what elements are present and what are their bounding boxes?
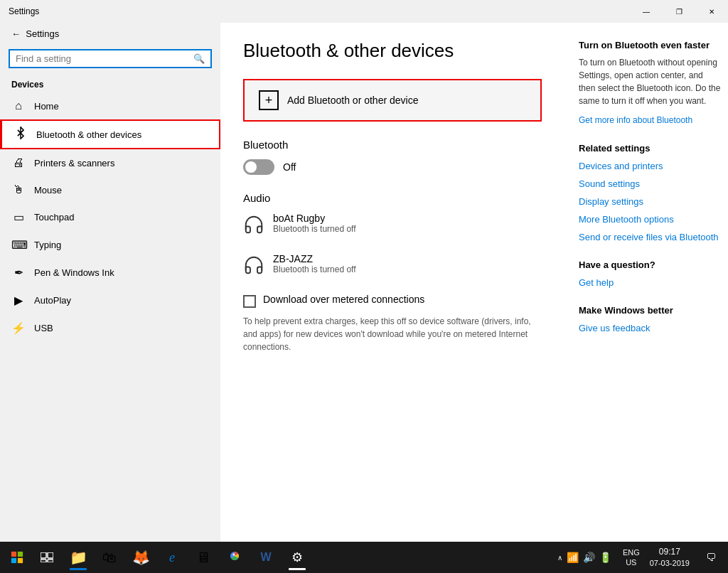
firefox-icon: 🦊 <box>132 549 150 566</box>
language-indicator: ENG US <box>620 547 643 568</box>
sidebar-item-mouse[interactable]: 🖱 Mouse <box>0 176 220 203</box>
related-link-devices[interactable]: Devices and printers <box>579 161 721 171</box>
tip-link[interactable]: Get more info about Bluetooth <box>579 115 692 125</box>
sidebar-item-label-usb: USB <box>34 323 53 333</box>
page-title: Bluetooth & other devices <box>243 40 542 62</box>
toggle-knob <box>245 161 257 173</box>
start-button[interactable] <box>3 543 31 572</box>
back-button[interactable]: ← Settings <box>0 23 220 45</box>
task-view-button[interactable] <box>33 543 61 572</box>
maximize-button[interactable]: ❐ <box>663 0 695 23</box>
taskbar-app-word[interactable]: W <box>250 543 282 572</box>
titlebar: Settings — ❐ ✕ <box>0 0 728 23</box>
taskbar-app-unknown[interactable]: 🖥 <box>188 543 219 572</box>
svg-rect-1 <box>18 552 23 557</box>
taskbar-app-firefox[interactable]: 🦊 <box>125 543 156 572</box>
store-icon: 🛍 <box>102 550 117 566</box>
speaker-icon: 🔊 <box>583 552 595 563</box>
sidebar-item-typing[interactable]: ⌨ Typing <box>0 231 220 259</box>
language-code: ENG <box>623 547 640 557</box>
sidebar-item-printers[interactable]: 🖨 Printers & scanners <box>0 149 220 176</box>
metered-checkbox-content: Download over metered connections <box>263 294 424 305</box>
content-area: Bluetooth & other devices + Add Bluetoot… <box>220 23 728 542</box>
explorer-icon: 📁 <box>70 549 87 566</box>
audio-device-2-info: ZB-JAZZ Bluetooth is turned off <box>273 253 356 274</box>
plus-icon: + <box>259 90 279 110</box>
taskbar-apps: 📁 🛍 🦊 e 🖥 <box>63 543 313 572</box>
printer-icon: 🖨 <box>11 156 26 169</box>
taskbar-clock[interactable]: 09:17 07-03-2019 <box>646 546 694 569</box>
svg-rect-4 <box>41 552 46 558</box>
taskbar-app-store[interactable]: 🛍 <box>94 543 125 572</box>
sidebar-item-bluetooth[interactable]: Bluetooth & other devices <box>0 119 220 149</box>
sidebar-item-label-touchpad: Touchpad <box>34 212 74 223</box>
metered-checkbox[interactable] <box>243 295 256 308</box>
monitor-icon: 🖥 <box>196 550 210 566</box>
search-input[interactable] <box>16 53 193 64</box>
sidebar-item-autoplay[interactable]: ▶ AutoPlay <box>0 286 220 314</box>
headphone-icon-2 <box>243 255 264 281</box>
related-settings-title: Related settings <box>579 143 721 154</box>
taskbar-app-edge[interactable]: e <box>156 543 188 572</box>
sidebar-item-usb[interactable]: ⚡ USB <box>0 314 220 342</box>
window-controls: — ❐ ✕ <box>630 0 728 23</box>
mouse-icon: 🖱 <box>11 183 26 196</box>
audio-device-2: ZB-JAZZ Bluetooth is turned off <box>243 253 542 281</box>
related-link-display[interactable]: Display settings <box>579 196 721 207</box>
pen-icon: ✒ <box>11 266 26 279</box>
audio-device-2-status: Bluetooth is turned off <box>273 264 356 274</box>
bluetooth-section-heading: Bluetooth <box>243 139 542 151</box>
sidebar-item-label-pen: Pen & Windows Ink <box>34 267 114 278</box>
chevron-up-icon[interactable]: ∧ <box>557 554 562 562</box>
taskbar-left: 📁 🛍 🦊 e 🖥 <box>3 543 313 572</box>
sidebar-item-touchpad[interactable]: ▭ Touchpad <box>0 203 220 231</box>
clock-time: 09:17 <box>650 546 690 558</box>
close-button[interactable]: ✕ <box>695 0 728 23</box>
metered-checkbox-row: Download over metered connections <box>243 294 542 308</box>
back-label: Settings <box>26 28 59 39</box>
usb-icon: ⚡ <box>11 321 26 335</box>
locale-code: US <box>623 557 640 567</box>
tray-icons: ∧ 📶 🔊 🔋 <box>552 552 617 563</box>
related-link-send-files[interactable]: Send or receive files via Bluetooth <box>579 232 721 242</box>
wifi-icon: 📶 <box>567 552 579 563</box>
taskbar-app-explorer[interactable]: 📁 <box>63 543 94 572</box>
make-better-section: Make Windows better Give us feedback <box>579 305 721 333</box>
chrome-icon <box>227 548 242 567</box>
notification-button[interactable]: 🗨 <box>697 543 725 572</box>
bluetooth-state-label: Off <box>283 161 296 173</box>
svg-rect-2 <box>11 558 16 563</box>
window-title: Settings <box>9 6 39 16</box>
content-main: Bluetooth & other devices + Add Bluetoot… <box>220 23 564 542</box>
taskbar-app-chrome[interactable] <box>219 543 250 572</box>
bluetooth-toggle-row: Off <box>243 159 542 175</box>
active-indicator <box>70 568 87 570</box>
related-link-sound[interactable]: Sound settings <box>579 178 721 189</box>
svg-rect-5 <box>48 552 53 558</box>
settings-icon: ⚙ <box>291 550 303 565</box>
bluetooth-toggle[interactable] <box>243 159 274 175</box>
get-help-link[interactable]: Get help <box>579 277 721 288</box>
metered-checkbox-label: Download over metered connections <box>263 294 424 305</box>
word-icon: W <box>260 551 271 564</box>
feedback-link[interactable]: Give us feedback <box>579 323 721 333</box>
sidebar-item-home[interactable]: ⌂ Home <box>0 92 220 119</box>
taskbar-app-settings[interactable]: ⚙ <box>282 543 313 572</box>
svg-rect-6 <box>41 559 46 562</box>
sidebar-section-devices: Devices <box>0 77 220 92</box>
autoplay-icon: ▶ <box>11 294 26 307</box>
related-link-bluetooth-options[interactable]: More Bluetooth options <box>579 214 721 225</box>
audio-device-1: boAt Rugby Bluetooth is turned off <box>243 213 542 240</box>
app-body: ← Settings 🔍 Devices ⌂ Home Bluetooth & … <box>0 23 728 542</box>
taskbar-right: ∧ 📶 🔊 🔋 ENG US 09:17 07-03-2019 🗨 <box>552 543 725 572</box>
search-box[interactable]: 🔍 <box>9 49 212 68</box>
related-settings: Related settings Devices and printers So… <box>579 143 721 242</box>
tip-title: Turn on Bluetooth even faster <box>579 40 721 50</box>
sidebar-item-label-bluetooth: Bluetooth & other devices <box>36 129 141 140</box>
svg-rect-0 <box>11 552 16 557</box>
sidebar-item-pen[interactable]: ✒ Pen & Windows Ink <box>0 259 220 286</box>
add-device-button[interactable]: + Add Bluetooth or other device <box>243 79 542 122</box>
question-title: Have a question? <box>579 259 721 270</box>
minimize-button[interactable]: — <box>630 0 663 23</box>
edge-icon: e <box>169 550 175 565</box>
